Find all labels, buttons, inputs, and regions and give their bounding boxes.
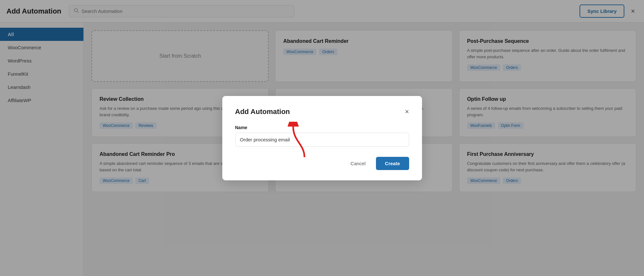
add-automation-modal: Add Automation × Name Cancel Create	[222, 96, 422, 180]
modal-footer: Cancel Create	[235, 157, 409, 170]
modal-overlay[interactable]: Add Automation × Name Cancel Create	[0, 0, 644, 276]
modal-close-button[interactable]: ×	[405, 108, 409, 115]
create-button[interactable]: Create	[376, 157, 409, 170]
modal-header: Add Automation ×	[235, 108, 409, 116]
cancel-button[interactable]: Cancel	[345, 157, 371, 169]
modal-name-label: Name	[235, 125, 409, 130]
modal-name-input[interactable]	[235, 133, 409, 147]
modal-title: Add Automation	[235, 108, 290, 116]
